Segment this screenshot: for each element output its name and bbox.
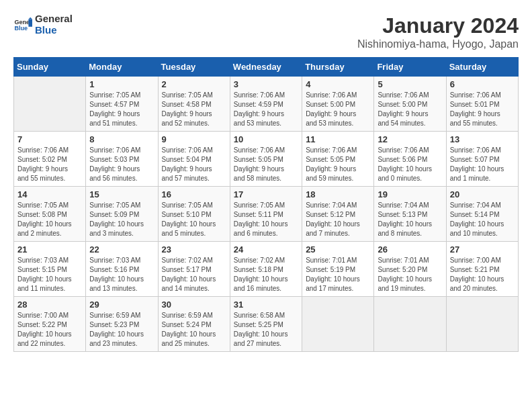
day-info: Sunrise: 7:06 AM Sunset: 5:05 PM Dayligh… <box>306 146 370 183</box>
day-info: Sunrise: 6:59 AM Sunset: 5:24 PM Dayligh… <box>162 311 226 349</box>
day-number: 10 <box>234 134 298 144</box>
day-info: Sunrise: 7:06 AM Sunset: 5:00 PM Dayligh… <box>306 91 370 128</box>
day-number: 15 <box>89 189 154 199</box>
day-number: 18 <box>306 189 370 199</box>
calendar-cell: 15Sunrise: 7:05 AM Sunset: 5:09 PM Dayli… <box>86 187 158 242</box>
weekday-header-monday: Monday <box>86 58 158 77</box>
weekday-header-tuesday: Tuesday <box>158 58 230 77</box>
day-info: Sunrise: 7:00 AM Sunset: 5:22 PM Dayligh… <box>17 311 82 349</box>
calendar-cell: 5Sunrise: 7:06 AM Sunset: 5:00 PM Daylig… <box>374 77 446 132</box>
day-info: Sunrise: 6:58 AM Sunset: 5:25 PM Dayligh… <box>234 311 298 349</box>
day-info: Sunrise: 7:04 AM Sunset: 5:13 PM Dayligh… <box>378 201 442 238</box>
day-number: 22 <box>89 244 154 255</box>
calendar-cell: 6Sunrise: 7:06 AM Sunset: 5:01 PM Daylig… <box>446 77 518 132</box>
day-info: Sunrise: 7:04 AM Sunset: 5:12 PM Dayligh… <box>306 201 370 238</box>
calendar-cell: 22Sunrise: 7:03 AM Sunset: 5:16 PM Dayli… <box>86 242 158 297</box>
calendar-cell <box>302 297 374 352</box>
day-number: 19 <box>378 189 442 199</box>
calendar-cell: 9Sunrise: 7:06 AM Sunset: 5:04 PM Daylig… <box>158 132 230 187</box>
day-info: Sunrise: 7:06 AM Sunset: 5:06 PM Dayligh… <box>378 146 442 183</box>
weekday-header-friday: Friday <box>374 58 446 77</box>
calendar-cell: 2Sunrise: 7:05 AM Sunset: 4:58 PM Daylig… <box>158 77 230 132</box>
day-info: Sunrise: 7:05 AM Sunset: 5:10 PM Dayligh… <box>162 201 226 238</box>
day-info: Sunrise: 7:04 AM Sunset: 5:14 PM Dayligh… <box>450 201 515 238</box>
calendar-cell: 16Sunrise: 7:05 AM Sunset: 5:10 PM Dayli… <box>158 187 230 242</box>
calendar-cell: 31Sunrise: 6:58 AM Sunset: 5:25 PM Dayli… <box>230 297 302 352</box>
day-number: 27 <box>450 244 515 255</box>
day-info: Sunrise: 7:06 AM Sunset: 4:59 PM Dayligh… <box>234 91 298 128</box>
day-number: 23 <box>162 244 226 255</box>
day-number: 30 <box>162 300 226 310</box>
calendar-cell: 10Sunrise: 7:06 AM Sunset: 5:05 PM Dayli… <box>230 132 302 187</box>
day-number: 9 <box>162 134 226 144</box>
calendar-cell: 27Sunrise: 7:00 AM Sunset: 5:21 PM Dayli… <box>446 242 518 297</box>
day-number: 21 <box>17 244 82 255</box>
weekday-header-thursday: Thursday <box>302 58 374 77</box>
day-number: 1 <box>89 79 154 89</box>
calendar-cell: 12Sunrise: 7:06 AM Sunset: 5:06 PM Dayli… <box>374 132 446 187</box>
day-info: Sunrise: 7:02 AM Sunset: 5:17 PM Dayligh… <box>162 256 226 293</box>
calendar-cell: 29Sunrise: 6:59 AM Sunset: 5:23 PM Dayli… <box>86 297 158 352</box>
logo: General Blue General Blue <box>13 13 73 36</box>
calendar-cell: 8Sunrise: 7:06 AM Sunset: 5:03 PM Daylig… <box>86 132 158 187</box>
day-info: Sunrise: 7:05 AM Sunset: 5:11 PM Dayligh… <box>234 201 298 238</box>
calendar-cell: 24Sunrise: 7:02 AM Sunset: 5:18 PM Dayli… <box>230 242 302 297</box>
day-number: 20 <box>450 189 515 199</box>
day-info: Sunrise: 7:06 AM Sunset: 5:02 PM Dayligh… <box>17 146 82 183</box>
calendar-cell: 7Sunrise: 7:06 AM Sunset: 5:02 PM Daylig… <box>14 132 86 187</box>
page-header: General Blue General Blue January 2024 N… <box>13 13 519 50</box>
day-info: Sunrise: 7:02 AM Sunset: 5:18 PM Dayligh… <box>234 256 298 293</box>
calendar-cell: 23Sunrise: 7:02 AM Sunset: 5:17 PM Dayli… <box>158 242 230 297</box>
calendar-cell: 25Sunrise: 7:01 AM Sunset: 5:19 PM Dayli… <box>302 242 374 297</box>
day-number: 13 <box>450 134 515 144</box>
day-info: Sunrise: 7:01 AM Sunset: 5:19 PM Dayligh… <box>306 256 370 293</box>
title-section: January 2024 Nishinomiya-hama, Hyogo, Ja… <box>357 13 519 50</box>
svg-text:Blue: Blue <box>14 25 28 32</box>
weekday-header-sunday: Sunday <box>14 58 86 77</box>
calendar-table: SundayMondayTuesdayWednesdayThursdayFrid… <box>13 57 519 352</box>
day-number: 17 <box>234 189 298 199</box>
logo-icon: General Blue <box>13 15 32 34</box>
day-number: 3 <box>234 79 298 89</box>
day-info: Sunrise: 7:06 AM Sunset: 5:01 PM Dayligh… <box>450 91 515 128</box>
day-number: 28 <box>17 300 82 310</box>
day-info: Sunrise: 7:03 AM Sunset: 5:16 PM Dayligh… <box>89 256 154 293</box>
day-info: Sunrise: 7:05 AM Sunset: 4:57 PM Dayligh… <box>89 91 154 128</box>
calendar-week-row: 14Sunrise: 7:05 AM Sunset: 5:08 PM Dayli… <box>14 187 519 242</box>
calendar-week-row: 28Sunrise: 7:00 AM Sunset: 5:22 PM Dayli… <box>14 297 519 352</box>
day-number: 25 <box>306 244 370 255</box>
day-number: 6 <box>450 79 515 89</box>
calendar-cell <box>446 297 518 352</box>
day-info: Sunrise: 7:06 AM Sunset: 5:00 PM Dayligh… <box>378 91 442 128</box>
day-number: 24 <box>234 244 298 255</box>
day-info: Sunrise: 7:06 AM Sunset: 5:04 PM Dayligh… <box>162 146 226 183</box>
calendar-cell: 18Sunrise: 7:04 AM Sunset: 5:12 PM Dayli… <box>302 187 374 242</box>
weekday-header-saturday: Saturday <box>446 58 518 77</box>
calendar-cell: 21Sunrise: 7:03 AM Sunset: 5:15 PM Dayli… <box>14 242 86 297</box>
calendar-cell: 4Sunrise: 7:06 AM Sunset: 5:00 PM Daylig… <box>302 77 374 132</box>
day-number: 14 <box>17 189 82 199</box>
day-number: 16 <box>162 189 226 199</box>
day-info: Sunrise: 7:06 AM Sunset: 5:05 PM Dayligh… <box>234 146 298 183</box>
calendar-subtitle: Nishinomiya-hama, Hyogo, Japan <box>357 38 519 50</box>
calendar-cell: 1Sunrise: 7:05 AM Sunset: 4:57 PM Daylig… <box>86 77 158 132</box>
calendar-title: January 2024 <box>357 13 519 38</box>
calendar-cell: 14Sunrise: 7:05 AM Sunset: 5:08 PM Dayli… <box>14 187 86 242</box>
day-info: Sunrise: 7:05 AM Sunset: 4:58 PM Dayligh… <box>162 91 226 128</box>
calendar-cell <box>374 297 446 352</box>
calendar-cell: 28Sunrise: 7:00 AM Sunset: 5:22 PM Dayli… <box>14 297 86 352</box>
day-number: 7 <box>17 134 82 144</box>
weekday-header-row: SundayMondayTuesdayWednesdayThursdayFrid… <box>14 58 519 77</box>
calendar-cell: 11Sunrise: 7:06 AM Sunset: 5:05 PM Dayli… <box>302 132 374 187</box>
day-number: 4 <box>306 79 370 89</box>
day-number: 2 <box>162 79 226 89</box>
calendar-cell: 19Sunrise: 7:04 AM Sunset: 5:13 PM Dayli… <box>374 187 446 242</box>
day-info: Sunrise: 7:01 AM Sunset: 5:20 PM Dayligh… <box>378 256 442 293</box>
day-number: 8 <box>89 134 154 144</box>
day-info: Sunrise: 6:59 AM Sunset: 5:23 PM Dayligh… <box>89 311 154 349</box>
day-info: Sunrise: 7:05 AM Sunset: 5:09 PM Dayligh… <box>89 201 154 238</box>
calendar-cell: 26Sunrise: 7:01 AM Sunset: 5:20 PM Dayli… <box>374 242 446 297</box>
day-number: 5 <box>378 79 442 89</box>
calendar-cell: 20Sunrise: 7:04 AM Sunset: 5:14 PM Dayli… <box>446 187 518 242</box>
day-info: Sunrise: 7:06 AM Sunset: 5:03 PM Dayligh… <box>89 146 154 183</box>
